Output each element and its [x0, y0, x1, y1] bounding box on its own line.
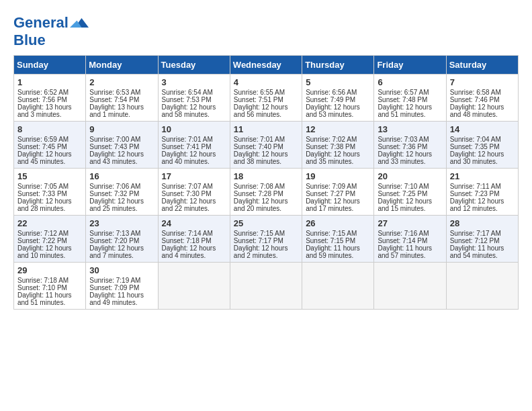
sunset-text: Sunset: 7:22 PM — [17, 237, 67, 244]
day-number: 27 — [378, 218, 442, 228]
day-number: 1 — [17, 77, 82, 87]
calendar-cell: 17Sunrise: 7:07 AMSunset: 7:30 PMDayligh… — [158, 169, 230, 216]
day-number: 19 — [306, 171, 370, 181]
calendar-cell: 21Sunrise: 7:11 AMSunset: 7:23 PMDayligh… — [446, 169, 518, 216]
daylight-text: Daylight: 12 hours and 2 minutes. — [234, 244, 288, 259]
day-number: 2 — [89, 77, 154, 87]
daylight-text: Daylight: 12 hours and 53 minutes. — [306, 103, 360, 118]
sunset-text: Sunset: 7:51 PM — [234, 96, 283, 103]
daylight-text: Daylight: 12 hours and 43 minutes. — [89, 150, 144, 165]
daylight-text: Daylight: 12 hours and 30 minutes. — [450, 150, 504, 165]
sunrise-text: Sunrise: 7:03 AM — [378, 136, 429, 143]
calendar-cell: 5Sunrise: 6:56 AMSunset: 7:49 PMDaylight… — [302, 75, 374, 122]
calendar-cell: 3Sunrise: 6:54 AMSunset: 7:53 PMDaylight… — [158, 75, 230, 122]
calendar-cell: 4Sunrise: 6:55 AMSunset: 7:51 PMDaylight… — [230, 75, 302, 122]
sunrise-text: Sunrise: 7:11 AM — [450, 183, 501, 190]
sunrise-text: Sunrise: 6:52 AM — [17, 89, 69, 96]
calendar-cell: 16Sunrise: 7:06 AMSunset: 7:32 PMDayligh… — [86, 169, 158, 216]
calendar-cell: 27Sunrise: 7:16 AMSunset: 7:14 PMDayligh… — [374, 216, 446, 263]
sunset-text: Sunset: 7:32 PM — [89, 190, 139, 197]
sunset-text: Sunset: 7:25 PM — [378, 190, 427, 197]
calendar-cell: 12Sunrise: 7:02 AMSunset: 7:38 PMDayligh… — [302, 122, 374, 169]
day-number: 15 — [17, 171, 82, 181]
sunset-text: Sunset: 7:56 PM — [17, 96, 67, 103]
sunrise-text: Sunrise: 7:09 AM — [306, 183, 357, 190]
sunrise-text: Sunrise: 6:57 AM — [378, 89, 429, 96]
day-number: 20 — [378, 171, 442, 181]
daylight-text: Daylight: 12 hours and 51 minutes. — [378, 103, 432, 118]
calendar-cell: 14Sunrise: 7:04 AMSunset: 7:35 PMDayligh… — [446, 122, 518, 169]
daylight-text: Daylight: 12 hours and 40 minutes. — [162, 150, 216, 165]
day-number: 21 — [450, 171, 515, 181]
daylight-text: Daylight: 12 hours and 4 minutes. — [162, 244, 216, 259]
calendar-cell: 10Sunrise: 7:01 AMSunset: 7:41 PMDayligh… — [158, 122, 230, 169]
calendar-cell: 8Sunrise: 6:59 AMSunset: 7:45 PMDaylight… — [14, 122, 86, 169]
sunrise-text: Sunrise: 7:04 AM — [450, 136, 501, 143]
day-number: 25 — [234, 218, 298, 228]
sunset-text: Sunset: 7:09 PM — [89, 284, 139, 291]
sunrise-text: Sunrise: 6:56 AM — [306, 89, 357, 96]
daylight-text: Daylight: 11 hours and 49 minutes. — [89, 291, 144, 306]
daylight-text: Daylight: 13 hours and 1 minute. — [89, 103, 144, 118]
daylight-text: Daylight: 12 hours and 28 minutes. — [17, 197, 72, 212]
sunset-text: Sunset: 7:48 PM — [378, 96, 427, 103]
day-number: 18 — [234, 171, 298, 181]
calendar-cell: 22Sunrise: 7:12 AMSunset: 7:22 PMDayligh… — [14, 216, 86, 263]
sunset-text: Sunset: 7:41 PM — [162, 143, 212, 150]
calendar-cell: 6Sunrise: 6:57 AMSunset: 7:48 PMDaylight… — [374, 75, 446, 122]
logo-text: General — [13, 15, 69, 31]
daylight-text: Daylight: 12 hours and 38 minutes. — [234, 150, 288, 165]
sunrise-text: Sunrise: 7:06 AM — [89, 183, 140, 190]
daylight-text: Daylight: 12 hours and 22 minutes. — [162, 197, 216, 212]
weekday-header-sunday: Sunday — [14, 56, 86, 75]
day-number: 23 — [89, 218, 154, 228]
calendar-cell: 26Sunrise: 7:15 AMSunset: 7:15 PMDayligh… — [302, 216, 374, 263]
day-number: 6 — [378, 77, 442, 87]
daylight-text: Daylight: 11 hours and 57 minutes. — [378, 244, 432, 259]
calendar-cell: 28Sunrise: 7:17 AMSunset: 7:12 PMDayligh… — [446, 216, 518, 263]
calendar-cell — [446, 263, 518, 310]
calendar-cell: 2Sunrise: 6:53 AMSunset: 7:54 PMDaylight… — [86, 75, 158, 122]
calendar-cell: 30Sunrise: 7:19 AMSunset: 7:09 PMDayligh… — [86, 263, 158, 310]
sunrise-text: Sunrise: 7:19 AM — [89, 277, 140, 284]
logo-blue: Blue — [13, 32, 89, 48]
sunrise-text: Sunrise: 7:00 AM — [89, 136, 140, 143]
calendar-cell: 9Sunrise: 7:00 AMSunset: 7:43 PMDaylight… — [86, 122, 158, 169]
daylight-text: Daylight: 12 hours and 35 minutes. — [306, 150, 360, 165]
daylight-text: Daylight: 11 hours and 54 minutes. — [450, 244, 504, 259]
calendar-cell: 29Sunrise: 7:18 AMSunset: 7:10 PMDayligh… — [14, 263, 86, 310]
sunrise-text: Sunrise: 6:54 AM — [162, 89, 213, 96]
daylight-text: Daylight: 12 hours and 15 minutes. — [378, 197, 432, 212]
day-number: 11 — [234, 124, 298, 134]
day-number: 12 — [306, 124, 370, 134]
sunrise-text: Sunrise: 7:07 AM — [162, 183, 213, 190]
daylight-text: Daylight: 12 hours and 17 minutes. — [306, 197, 360, 212]
sunset-text: Sunset: 7:18 PM — [162, 237, 212, 244]
day-number: 24 — [162, 218, 226, 228]
sunrise-text: Sunrise: 7:14 AM — [162, 230, 213, 237]
day-number: 5 — [306, 77, 370, 87]
sunset-text: Sunset: 7:12 PM — [450, 237, 500, 244]
day-number: 29 — [17, 265, 82, 275]
sunset-text: Sunset: 7:54 PM — [89, 96, 139, 103]
calendar-cell — [374, 263, 446, 310]
sunrise-text: Sunrise: 7:18 AM — [17, 277, 69, 284]
daylight-text: Daylight: 12 hours and 7 minutes. — [89, 244, 144, 259]
sunrise-text: Sunrise: 7:17 AM — [450, 230, 501, 237]
sunset-text: Sunset: 7:49 PM — [306, 96, 355, 103]
daylight-text: Daylight: 12 hours and 58 minutes. — [162, 103, 216, 118]
day-number: 30 — [89, 265, 154, 275]
sunset-text: Sunset: 7:15 PM — [306, 237, 355, 244]
day-number: 16 — [89, 171, 154, 181]
sunset-text: Sunset: 7:43 PM — [89, 143, 139, 150]
sunset-text: Sunset: 7:30 PM — [162, 190, 212, 197]
sunset-text: Sunset: 7:23 PM — [450, 190, 500, 197]
daylight-text: Daylight: 12 hours and 33 minutes. — [378, 150, 432, 165]
sunrise-text: Sunrise: 7:01 AM — [162, 136, 213, 143]
calendar-cell: 24Sunrise: 7:14 AMSunset: 7:18 PMDayligh… — [158, 216, 230, 263]
sunset-text: Sunset: 7:45 PM — [17, 143, 67, 150]
daylight-text: Daylight: 12 hours and 45 minutes. — [17, 150, 72, 165]
calendar-cell: 19Sunrise: 7:09 AMSunset: 7:27 PMDayligh… — [302, 169, 374, 216]
sunset-text: Sunset: 7:53 PM — [162, 96, 212, 103]
sunset-text: Sunset: 7:38 PM — [306, 143, 355, 150]
